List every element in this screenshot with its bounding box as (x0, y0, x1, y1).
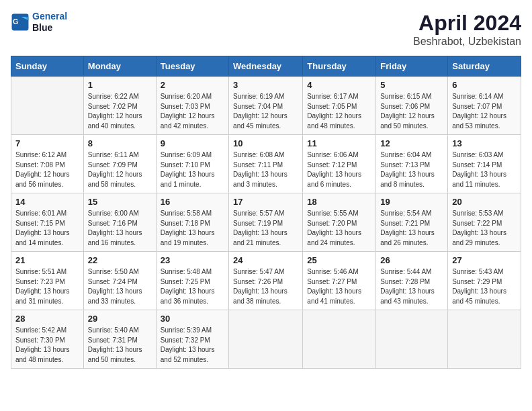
day-number: 6 (452, 80, 517, 90)
day-number: 5 (380, 80, 443, 90)
calendar-cell: 25Sunrise: 5:46 AMSunset: 7:27 PMDayligh… (303, 252, 376, 310)
calendar-cell: 14Sunrise: 6:01 AMSunset: 7:15 PMDayligh… (11, 193, 84, 252)
day-number: 10 (233, 138, 298, 148)
day-number: 2 (161, 80, 224, 90)
day-number: 25 (307, 255, 371, 265)
day-number: 28 (15, 314, 79, 324)
day-info: Sunrise: 6:03 AMSunset: 7:14 PMDaylight:… (452, 150, 517, 189)
calendar-cell: 13Sunrise: 6:03 AMSunset: 7:14 PMDayligh… (448, 135, 521, 193)
day-info: Sunrise: 5:44 AMSunset: 7:28 PMDaylight:… (380, 267, 443, 306)
calendar-cell: 16Sunrise: 5:58 AMSunset: 7:18 PMDayligh… (156, 193, 228, 252)
calendar-table: SundayMondayTuesdayWednesdayThursdayFrid… (11, 56, 521, 369)
day-info: Sunrise: 5:48 AMSunset: 7:25 PMDaylight:… (161, 267, 224, 306)
calendar-cell: 3Sunrise: 6:19 AMSunset: 7:04 PMDaylight… (229, 77, 303, 135)
day-number: 7 (15, 138, 79, 148)
calendar-cell: 12Sunrise: 6:04 AMSunset: 7:13 PMDayligh… (376, 135, 448, 193)
calendar-cell: 1Sunrise: 6:22 AMSunset: 7:02 PMDaylight… (83, 77, 156, 135)
day-info: Sunrise: 6:19 AMSunset: 7:04 PMDaylight:… (233, 92, 298, 131)
calendar-cell: 10Sunrise: 6:08 AMSunset: 7:11 PMDayligh… (229, 135, 303, 193)
calendar-cell (448, 310, 521, 369)
day-number: 14 (15, 197, 79, 207)
calendar-cell: 20Sunrise: 5:53 AMSunset: 7:22 PMDayligh… (448, 193, 521, 252)
day-number: 3 (233, 80, 298, 90)
title-block: April 2024 Beshrabot, Uzbekistan (413, 11, 521, 48)
day-number: 17 (233, 197, 298, 207)
calendar-cell: 21Sunrise: 5:51 AMSunset: 7:23 PMDayligh… (11, 252, 84, 310)
day-info: Sunrise: 5:39 AMSunset: 7:32 PMDaylight:… (161, 326, 224, 365)
day-number: 8 (88, 138, 152, 148)
calendar-week-row: 1Sunrise: 6:22 AMSunset: 7:02 PMDaylight… (11, 77, 521, 135)
calendar-cell: 11Sunrise: 6:06 AMSunset: 7:12 PMDayligh… (303, 135, 376, 193)
calendar-week-row: 7Sunrise: 6:12 AMSunset: 7:08 PMDaylight… (11, 135, 521, 193)
calendar-cell: 29Sunrise: 5:40 AMSunset: 7:31 PMDayligh… (83, 310, 156, 369)
calendar-cell: 17Sunrise: 5:57 AMSunset: 7:19 PMDayligh… (229, 193, 303, 252)
logo: G General Blue (11, 11, 67, 34)
day-info: Sunrise: 5:47 AMSunset: 7:26 PMDaylight:… (233, 267, 298, 306)
day-info: Sunrise: 5:43 AMSunset: 7:29 PMDaylight:… (452, 267, 517, 306)
day-number: 30 (161, 314, 224, 324)
day-info: Sunrise: 6:20 AMSunset: 7:03 PMDaylight:… (161, 92, 224, 131)
day-info: Sunrise: 5:51 AMSunset: 7:23 PMDaylight:… (15, 267, 79, 306)
calendar-week-row: 21Sunrise: 5:51 AMSunset: 7:23 PMDayligh… (11, 252, 521, 310)
day-number: 9 (161, 138, 224, 148)
calendar-week-row: 14Sunrise: 6:01 AMSunset: 7:15 PMDayligh… (11, 193, 521, 252)
page-header: G General Blue April 2024 Beshrabot, Uzb… (11, 11, 521, 48)
weekday-header-friday: Friday (376, 56, 448, 77)
calendar-cell: 24Sunrise: 5:47 AMSunset: 7:26 PMDayligh… (229, 252, 303, 310)
calendar-cell: 26Sunrise: 5:44 AMSunset: 7:28 PMDayligh… (376, 252, 448, 310)
weekday-header-monday: Monday (83, 56, 156, 77)
calendar-cell: 23Sunrise: 5:48 AMSunset: 7:25 PMDayligh… (156, 252, 228, 310)
calendar-cell: 9Sunrise: 6:09 AMSunset: 7:10 PMDaylight… (156, 135, 228, 193)
day-info: Sunrise: 5:58 AMSunset: 7:18 PMDaylight:… (161, 209, 224, 248)
calendar-cell: 2Sunrise: 6:20 AMSunset: 7:03 PMDaylight… (156, 77, 228, 135)
calendar-cell: 30Sunrise: 5:39 AMSunset: 7:32 PMDayligh… (156, 310, 228, 369)
day-number: 16 (161, 197, 224, 207)
page-title: April 2024 (413, 11, 521, 36)
day-number: 27 (452, 255, 517, 265)
day-info: Sunrise: 6:01 AMSunset: 7:15 PMDaylight:… (15, 209, 79, 248)
day-number: 23 (161, 255, 224, 265)
day-number: 24 (233, 255, 298, 265)
day-number: 26 (380, 255, 443, 265)
calendar-cell: 6Sunrise: 6:14 AMSunset: 7:07 PMDaylight… (448, 77, 521, 135)
logo-general: General (32, 11, 67, 21)
day-info: Sunrise: 6:08 AMSunset: 7:11 PMDaylight:… (233, 150, 298, 189)
calendar-cell: 19Sunrise: 5:54 AMSunset: 7:21 PMDayligh… (376, 193, 448, 252)
day-info: Sunrise: 6:22 AMSunset: 7:02 PMDaylight:… (88, 92, 152, 131)
calendar-cell (376, 310, 448, 369)
weekday-header-wednesday: Wednesday (229, 56, 303, 77)
calendar-week-row: 28Sunrise: 5:42 AMSunset: 7:30 PMDayligh… (11, 310, 521, 369)
weekday-header-sunday: Sunday (11, 56, 84, 77)
day-info: Sunrise: 5:54 AMSunset: 7:21 PMDaylight:… (380, 209, 443, 248)
weekday-header-saturday: Saturday (448, 56, 521, 77)
day-number: 15 (88, 197, 152, 207)
weekday-header-thursday: Thursday (303, 56, 376, 77)
day-number: 18 (307, 197, 371, 207)
calendar-cell (229, 310, 303, 369)
day-info: Sunrise: 6:11 AMSunset: 7:09 PMDaylight:… (88, 150, 152, 189)
weekday-header-row: SundayMondayTuesdayWednesdayThursdayFrid… (11, 56, 521, 77)
day-number: 21 (15, 255, 79, 265)
day-number: 1 (88, 80, 152, 90)
calendar-cell: 7Sunrise: 6:12 AMSunset: 7:08 PMDaylight… (11, 135, 84, 193)
day-info: Sunrise: 6:17 AMSunset: 7:05 PMDaylight:… (307, 92, 371, 131)
day-info: Sunrise: 6:14 AMSunset: 7:07 PMDaylight:… (452, 92, 517, 131)
day-info: Sunrise: 5:57 AMSunset: 7:19 PMDaylight:… (233, 209, 298, 248)
calendar-cell: 8Sunrise: 6:11 AMSunset: 7:09 PMDaylight… (83, 135, 156, 193)
page-subtitle: Beshrabot, Uzbekistan (413, 36, 521, 48)
day-info: Sunrise: 6:12 AMSunset: 7:08 PMDaylight:… (15, 150, 79, 189)
day-number: 4 (307, 80, 371, 90)
calendar-cell: 18Sunrise: 5:55 AMSunset: 7:20 PMDayligh… (303, 193, 376, 252)
day-info: Sunrise: 5:42 AMSunset: 7:30 PMDaylight:… (15, 326, 79, 365)
day-info: Sunrise: 5:40 AMSunset: 7:31 PMDaylight:… (88, 326, 152, 365)
weekday-header-tuesday: Tuesday (156, 56, 228, 77)
calendar-cell: 4Sunrise: 6:17 AMSunset: 7:05 PMDaylight… (303, 77, 376, 135)
logo-blue: Blue (32, 22, 67, 34)
day-number: 19 (380, 197, 443, 207)
day-info: Sunrise: 6:04 AMSunset: 7:13 PMDaylight:… (380, 150, 443, 189)
day-info: Sunrise: 6:00 AMSunset: 7:16 PMDaylight:… (88, 209, 152, 248)
day-info: Sunrise: 6:09 AMSunset: 7:10 PMDaylight:… (161, 150, 224, 189)
day-number: 12 (380, 138, 443, 148)
day-info: Sunrise: 6:15 AMSunset: 7:06 PMDaylight:… (380, 92, 443, 131)
calendar-cell: 22Sunrise: 5:50 AMSunset: 7:24 PMDayligh… (83, 252, 156, 310)
